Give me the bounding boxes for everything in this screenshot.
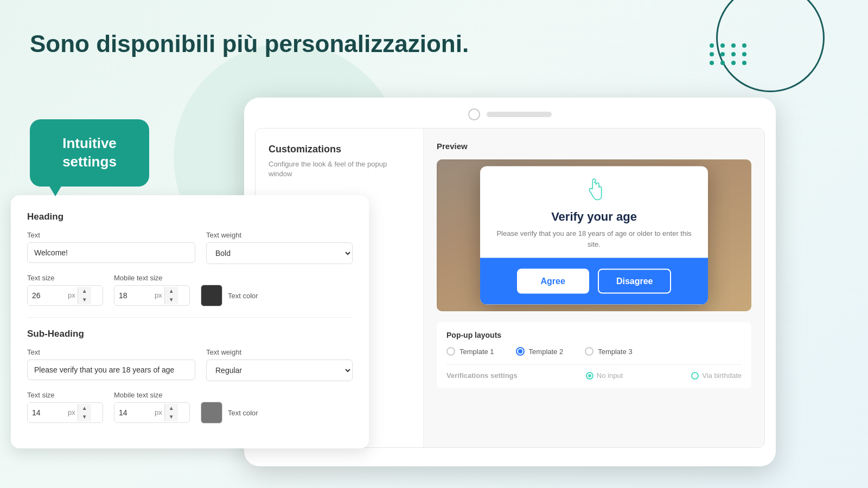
subheading-text-label: Text: [27, 348, 195, 356]
via-birthdate-label: Via birthdate: [702, 371, 742, 380]
heading-size-arrows: ▲ ▼: [78, 287, 91, 304]
template1-label: Template 1: [459, 348, 494, 356]
tablet-bar: [487, 112, 552, 117]
subheading-size-label: Text size: [27, 391, 103, 399]
template2-option[interactable]: Template 2: [516, 347, 564, 356]
no-input-radio[interactable]: [586, 372, 593, 380]
heading-mobile-size-group: px ▲ ▼: [114, 285, 190, 306]
subheading-mobile-arrows: ▲ ▼: [164, 404, 178, 421]
customizations-description: Configure the look & feel of the popup w…: [269, 159, 410, 179]
disagree-button[interactable]: Disagree: [598, 269, 672, 294]
template2-radio[interactable]: [516, 347, 525, 356]
popup-layouts-title: Pop-up layouts: [446, 331, 742, 339]
heading-weight-label: Text weight: [206, 231, 353, 239]
preview-image-container: Verify your age Please verify that you a…: [437, 159, 751, 311]
via-birthdate-option[interactable]: Via birthdate: [691, 371, 742, 380]
subheading-size-down[interactable]: ▼: [78, 413, 91, 421]
subheading-mobile-size-input[interactable]: [114, 403, 152, 422]
subheading-section-title: Sub-Heading: [27, 329, 353, 339]
heading-mobile-up[interactable]: ▲: [165, 287, 178, 296]
main-heading: Sono disponibili più personalizzazioni.: [30, 30, 469, 59]
subheading-size-up[interactable]: ▲: [78, 404, 91, 413]
layout-options: Template 1 Template 2 Template 3: [446, 347, 742, 356]
settings-panel: Heading Text Text weight Bold Regular Li…: [11, 195, 369, 448]
heading-color-label: Text color: [228, 292, 258, 300]
verification-settings: Verifications settings No input Via birt…: [446, 364, 742, 380]
subheading-weight-select[interactable]: Regular Bold Light: [206, 359, 353, 381]
heading-section-title: Heading: [27, 211, 353, 222]
via-birthdate-radio[interactable]: [691, 372, 699, 380]
bg-dots: [710, 43, 749, 65]
popup-buttons: Agree Disagree: [480, 258, 708, 305]
subheading-text-input[interactable]: [27, 359, 195, 380]
template2-radio-inner: [518, 349, 522, 354]
subheading-mobile-up[interactable]: ▲: [165, 404, 178, 413]
hand-icon-container: [480, 166, 708, 210]
divider: [27, 317, 353, 318]
tablet-header: [255, 108, 765, 128]
preview-panel: Preview Verify your age Please verify th…: [424, 129, 764, 447]
speech-bubble: Intuitive settings: [30, 119, 149, 187]
heading-mobile-size-label: Mobile text size: [114, 274, 190, 282]
no-input-option[interactable]: No input: [586, 371, 623, 380]
speech-bubble-line1: Intuitive: [62, 135, 117, 151]
heading-text-label: Text: [27, 231, 195, 239]
agree-button[interactable]: Agree: [517, 269, 589, 294]
subheading-size-input[interactable]: [28, 403, 66, 422]
preview-title: Preview: [437, 142, 751, 151]
heading-size-input[interactable]: [28, 286, 66, 305]
verification-settings-title: Verifications settings: [446, 371, 518, 380]
tablet-home-btn: [468, 108, 480, 120]
template2-label: Template 2: [529, 348, 564, 356]
customizations-title: Customizations: [269, 144, 410, 155]
popup-layouts-section: Pop-up layouts Template 1 Template 2: [437, 322, 751, 388]
subheading-size-arrows: ▲ ▼: [78, 404, 91, 421]
heading-weight-select[interactable]: Bold Regular Light: [206, 242, 353, 264]
subheading-mobile-unit: px: [152, 408, 164, 416]
heading-size-unit: px: [66, 291, 78, 299]
hand-stop-icon: [580, 177, 608, 204]
heading-size-down[interactable]: ▼: [78, 296, 91, 304]
template1-radio[interactable]: [446, 347, 455, 356]
no-input-label: No input: [597, 371, 623, 380]
template3-radio[interactable]: [585, 347, 593, 356]
heading-mobile-size-input[interactable]: [114, 286, 152, 305]
heading-size-up[interactable]: ▲: [78, 287, 91, 296]
subheading-color-swatch[interactable]: [201, 402, 222, 423]
age-verification-popup: Verify your age Please verify that you a…: [480, 166, 708, 305]
heading-mobile-arrows: ▲ ▼: [164, 287, 178, 304]
heading-size-group: px ▲ ▼: [27, 285, 103, 306]
subheading-size-unit: px: [66, 408, 78, 416]
speech-bubble-line2: settings: [62, 153, 117, 170]
heading-mobile-unit: px: [152, 291, 164, 299]
subheading-weight-label: Text weight: [206, 348, 353, 356]
subheading-size-group: px ▲ ▼: [27, 402, 103, 423]
subheading-mobile-size-group: px ▲ ▼: [114, 402, 190, 423]
no-input-radio-inner: [588, 374, 591, 377]
heading-color-swatch[interactable]: [201, 285, 222, 306]
template1-option[interactable]: Template 1: [446, 347, 494, 356]
subheading-color-label: Text color: [228, 409, 258, 417]
template3-label: Template 3: [598, 348, 633, 356]
heading-text-input[interactable]: [27, 242, 195, 263]
subheading-mobile-size-label: Mobile text size: [114, 391, 190, 399]
heading-mobile-down[interactable]: ▼: [165, 296, 178, 304]
popup-title: Verify your age: [480, 210, 708, 228]
heading-size-label: Text size: [27, 274, 103, 282]
subheading-mobile-down[interactable]: ▼: [165, 413, 178, 421]
popup-description: Please verify that you are 18 years of a…: [480, 228, 708, 258]
template3-option[interactable]: Template 3: [585, 347, 633, 356]
